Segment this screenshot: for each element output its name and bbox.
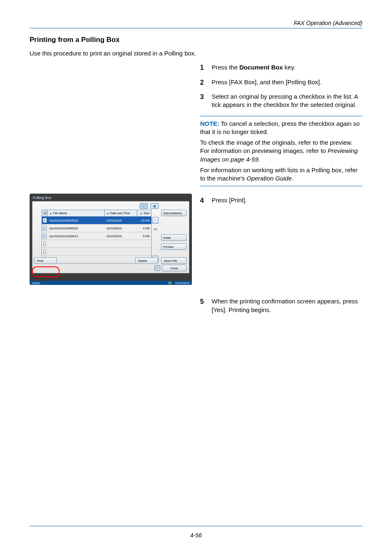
cell-size: 5 KB — [137, 234, 151, 238]
step-2: 2 Press [FAX Box], and then [Polling Box… — [200, 78, 362, 87]
table-header: ☑ ▲File Name ▲Date and Time ▲Size — [42, 210, 152, 217]
enter-icon: ↵ — [154, 265, 160, 271]
row-checkbox[interactable] — [44, 241, 46, 246]
step-text: Press [FAX Box], and then [Polling Box]. — [212, 78, 322, 87]
table-row[interactable]: ✓ doc20101010094533 10/10/2010 23 KB — [42, 217, 151, 224]
step-text: Press [Print]. — [212, 196, 247, 205]
preview-button[interactable]: Preview — [161, 243, 187, 250]
col-filename[interactable]: ▲File Name — [48, 210, 105, 216]
table-row[interactable]: ✓ doc20101010100011 10/10/2010 5 KB — [42, 232, 151, 240]
step-4: 4 Press [Print]. — [200, 196, 362, 205]
note-label: NOTE: — [200, 120, 219, 127]
table-body: ✓ doc20101010094533 10/10/2010 23 KB ✓ d… — [42, 217, 152, 264]
grid-view-icon[interactable]: ▦ — [150, 203, 159, 209]
xref-operation-guide: Operation Guide — [247, 175, 292, 182]
panel-body: ≡ ▦ ☑ ▲File Name ▲Date and Time ▲Size ✓ — [32, 201, 189, 273]
status-date: 10/10/2010 — [175, 282, 189, 284]
step-number: 1 — [200, 63, 212, 72]
step-number: 5 — [200, 297, 212, 314]
toner-indicator-icon — [168, 282, 173, 284]
intro-text: Use this procedure to print an original … — [30, 50, 362, 57]
col-date[interactable]: ▲Date and Time — [105, 210, 137, 216]
cell-size: 4 KB — [137, 227, 151, 230]
step-5: 5 When the printing confirmation screen … — [200, 297, 362, 314]
col-size[interactable]: ▲Size — [137, 210, 151, 216]
polling-box-panel: Polling Box ≡ ▦ ☑ ▲File Name ▲Date and T… — [30, 194, 192, 285]
search-name-button[interactable]: Search(Name) — [161, 210, 187, 216]
footer-rule — [30, 526, 362, 526]
scroll-control: ˄ 1/1 ˅ — [152, 217, 159, 262]
step-text: key. — [283, 64, 295, 71]
side-button-group: Search(Name) Detail Preview — [161, 210, 187, 250]
step-3: 3 Select an original by pressing a check… — [200, 92, 362, 109]
table-row[interactable] — [42, 240, 151, 247]
store-file-button[interactable]: Store File — [161, 257, 187, 264]
section-title: Printing from a Polling Box — [30, 36, 362, 44]
view-toggle-group: ≡ ▦ — [140, 203, 159, 209]
step-number: 2 — [200, 78, 212, 87]
table-row[interactable]: ✓ doc20101010095022 10/10/2010 4 KB — [42, 224, 151, 232]
col-checkbox[interactable]: ☑ — [42, 210, 48, 216]
status-label: Status — [32, 282, 40, 284]
running-head: FAX Operation (Advanced) — [30, 20, 362, 26]
step-1: 1 Press the Document Box key. — [200, 63, 362, 72]
cell-size: 23 KB — [137, 219, 151, 222]
cell-filename: doc20101010095022 — [48, 227, 105, 230]
table-row[interactable] — [42, 247, 151, 255]
header-rule — [30, 28, 362, 28]
cell-date: 10/10/2010 — [105, 227, 137, 230]
row-checkbox[interactable]: ✓ — [43, 218, 47, 223]
note-text: To cancel a selection, press the checkbo… — [200, 120, 360, 135]
step-number: 3 — [200, 92, 212, 109]
bottom-button-group: Print Delete Store File — [34, 257, 187, 264]
note-box: NOTE: To cancel a selection, press the c… — [200, 116, 362, 187]
cell-date: 10/10/2010 — [105, 234, 137, 238]
step-text: Press the — [212, 64, 240, 71]
list-view-icon[interactable]: ≡ — [140, 203, 148, 209]
cell-date: 10/10/2010 — [105, 219, 137, 222]
panel-title: Polling Box — [30, 194, 192, 201]
step-text: Select an original by pressing a checkbo… — [212, 92, 362, 109]
page-indicator: 1/1 — [153, 228, 157, 231]
file-table: ☑ ▲File Name ▲Date and Time ▲Size ✓ doc2… — [42, 210, 152, 264]
detail-button[interactable]: Detail — [161, 234, 187, 241]
close-button[interactable]: Close — [162, 265, 187, 271]
row-checkbox[interactable] — [44, 249, 46, 254]
scroll-up-button[interactable]: ˄ — [152, 217, 159, 224]
cell-filename: doc20101010094533 — [48, 219, 105, 222]
row-checkbox[interactable]: ✓ — [43, 226, 47, 231]
page-number: 4-56 — [0, 532, 392, 539]
status-bar: Status 10/10/2010 — [30, 281, 192, 285]
step-number: 4 — [200, 196, 212, 205]
note-text: . — [258, 156, 260, 163]
print-button[interactable]: Print — [34, 257, 57, 264]
document-box-key-label: Document Box — [240, 64, 283, 71]
step-text: When the printing confirmation screen ap… — [212, 297, 362, 314]
delete-button[interactable]: Delete — [135, 257, 158, 264]
note-text: . — [292, 175, 293, 182]
row-checkbox[interactable]: ✓ — [43, 234, 47, 238]
cell-filename: doc20101010100011 — [48, 234, 105, 238]
